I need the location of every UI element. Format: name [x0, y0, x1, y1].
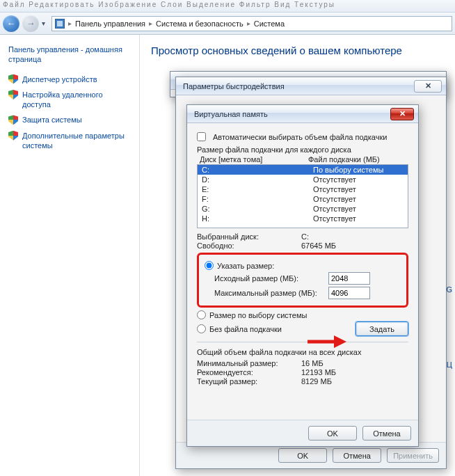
shield-icon	[8, 74, 18, 84]
close-button[interactable]: ✕	[390, 108, 414, 120]
sidebar-item-advanced-settings[interactable]: Дополнительные параметры системы	[8, 131, 131, 151]
breadcrumb-root[interactable]: Панель управления	[75, 19, 145, 28]
initial-size-input[interactable]	[328, 272, 370, 285]
current-size-value: 8129 МБ	[301, 377, 332, 386]
explorer-navbar: ← → ▾ ▸ Панель управления ▸ Система и бе…	[0, 13, 455, 35]
cancel-button[interactable]: Отмена	[333, 448, 381, 463]
drive-letter: C:	[198, 165, 309, 175]
apply-button[interactable]: Применить	[387, 448, 439, 463]
initial-size-label: Исходный размер (МБ):	[214, 274, 323, 283]
drive-pagefile-status: Отсутствует	[309, 184, 408, 194]
maximum-size-input[interactable]	[328, 287, 370, 299]
recommended-size-label: Рекомендуется:	[197, 368, 301, 376]
back-button[interactable]: ←	[3, 15, 19, 32]
virtual-memory-dialog: Виртуальная память ✕ Автоматически выбир…	[186, 104, 419, 447]
control-panel-icon	[55, 19, 65, 29]
drive-row[interactable]: F:Отсутствует	[198, 194, 408, 204]
drive-list-header-drive: Диск [метка тома]	[197, 155, 308, 164]
selected-drive-label: Выбранный диск:	[197, 232, 301, 241]
page-title: Просмотр основных сведений о вашем компь…	[151, 45, 444, 56]
drive-row[interactable]: E:Отсутствует	[198, 184, 408, 194]
drive-letter: H:	[198, 214, 309, 223]
sidebar-item-remote-settings[interactable]: Настройка удаленного доступа	[8, 90, 131, 110]
maximum-size-label: Максимальный размер (МБ):	[214, 289, 323, 297]
system-managed-label: Размер по выбору системы	[209, 311, 307, 319]
free-space-label: Свободно:	[197, 241, 301, 250]
breadcrumb-sep: ▸	[68, 19, 72, 27]
sidebar-home-link[interactable]: Панель управления - домашняя страница	[8, 45, 131, 65]
sidebar-item-label: Диспетчер устройств	[22, 74, 97, 84]
selected-drive-value: C:	[301, 232, 309, 241]
sidebar: Панель управления - домашняя страница Ди…	[0, 35, 139, 476]
drive-row[interactable]: D:Отсутствует	[198, 175, 408, 184]
host-menubar: Файл Редактировать Изображение Слои Выде…	[0, 0, 455, 13]
drive-letter: F:	[198, 194, 309, 204]
sidebar-item-label: Дополнительные параметры системы	[22, 131, 131, 151]
drive-pagefile-status: Отсутствует	[309, 204, 408, 214]
drive-pagefile-status: Отсутствует	[309, 175, 408, 184]
dialog-title: Виртуальная память	[194, 110, 268, 118]
shield-icon	[8, 131, 18, 141]
custom-size-radio[interactable]	[205, 261, 214, 270]
sidebar-item-system-protection[interactable]: Защита системы	[8, 115, 131, 125]
shield-icon	[8, 90, 18, 100]
drive-row[interactable]: G:Отсутствует	[198, 204, 408, 214]
breadcrumb-mid[interactable]: Система и безопасность	[156, 19, 244, 28]
drive-row[interactable]: H:Отсутствует	[198, 214, 408, 223]
drive-pagefile-status: Отсутствует	[309, 214, 408, 223]
min-size-value: 16 МБ	[301, 359, 324, 367]
drive-letter: D:	[198, 175, 309, 184]
free-space-value: 67645 МБ	[301, 241, 336, 250]
ok-button[interactable]: OK	[278, 448, 327, 463]
drive-row[interactable]: C:По выбору системы	[198, 165, 408, 175]
sidebar-item-device-manager[interactable]: Диспетчер устройств	[8, 74, 131, 84]
sidebar-item-label: Защита системы	[22, 115, 82, 125]
auto-manage-checkbox[interactable]	[197, 132, 206, 141]
drive-list[interactable]: C:По выбору системыD:ОтсутствуетE:Отсутс…	[197, 164, 408, 228]
address-bar[interactable]: ▸ Панель управления ▸ Система и безопасн…	[51, 16, 452, 31]
annotation-red-box: Указать размер: Исходный размер (МБ): Ма…	[197, 253, 408, 308]
drive-letter: E:	[198, 184, 309, 194]
drive-list-header-pagefile: Файл подкачки (МБ)	[308, 155, 380, 164]
forward-button[interactable]: →	[22, 15, 39, 32]
breadcrumb-sep: ▸	[149, 19, 152, 27]
set-button[interactable]: Задать	[356, 322, 408, 336]
sidebar-item-label: Настройка удаленного доступа	[22, 90, 131, 110]
system-managed-radio[interactable]	[197, 310, 206, 319]
current-size-label: Текущий размер:	[197, 377, 301, 386]
no-pagefile-radio[interactable]	[197, 324, 206, 333]
auto-manage-label: Автоматически выбирать объем файла подка…	[213, 133, 387, 141]
drive-pagefile-status: Отсутствует	[309, 194, 408, 204]
close-button[interactable]: ✕	[414, 80, 442, 93]
min-size-label: Минимальный размер:	[197, 359, 301, 367]
drive-letter: G:	[198, 204, 309, 214]
custom-size-label: Указать размер:	[217, 262, 274, 270]
no-pagefile-label: Без файла подкачки	[209, 325, 282, 333]
breadcrumb-sep: ▸	[247, 19, 250, 27]
dialog-title: Параметры быстродействия	[183, 82, 285, 90]
dialog-footer: OK Отмена	[187, 420, 418, 446]
breadcrumb-leaf[interactable]: Система	[254, 19, 285, 28]
ok-button[interactable]: OK	[308, 426, 357, 441]
nav-history-dropdown[interactable]: ▾	[42, 19, 49, 27]
right-truncated-link: Ц	[447, 360, 452, 369]
cancel-button[interactable]: Отмена	[362, 426, 411, 441]
recommended-size-value: 12193 МБ	[301, 368, 336, 376]
total-pagefile-heading: Общий объем файла подкачки на всех диска…	[197, 348, 408, 356]
per-drive-heading: Размер файла подкачки для каждого диска	[197, 145, 408, 154]
drive-pagefile-status: По выбору системы	[309, 165, 408, 175]
shield-icon	[8, 115, 18, 125]
right-truncated-link: G	[446, 285, 452, 294]
